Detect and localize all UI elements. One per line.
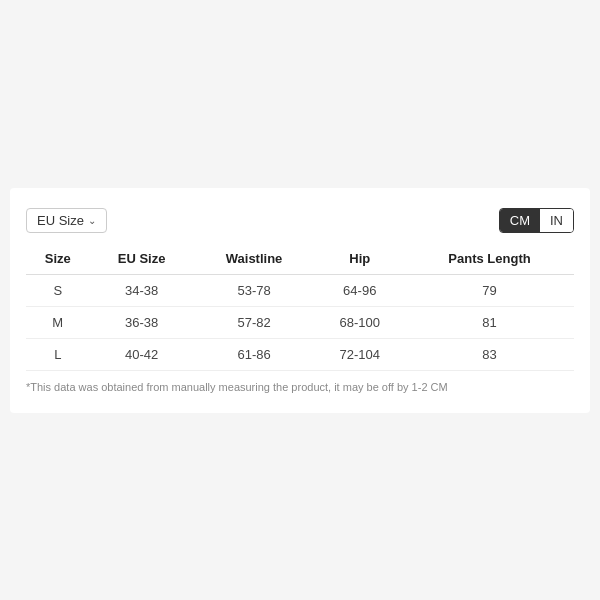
size-chart-container: EU Size ⌄ CM IN SizeEU SizeWaistlineHipP… [10, 188, 590, 413]
table-cell: 57-82 [194, 306, 315, 338]
table-cell: 36-38 [90, 306, 194, 338]
in-button[interactable]: IN [540, 209, 573, 232]
size-table: SizeEU SizeWaistlineHipPants Length S34-… [26, 243, 574, 371]
column-header: Pants Length [405, 243, 574, 275]
table-cell: S [26, 274, 90, 306]
table-cell: 81 [405, 306, 574, 338]
table-cell: 34-38 [90, 274, 194, 306]
table-cell: 61-86 [194, 338, 315, 370]
table-cell: 68-100 [314, 306, 405, 338]
table-cell: 79 [405, 274, 574, 306]
table-cell: 64-96 [314, 274, 405, 306]
table-cell: 40-42 [90, 338, 194, 370]
top-bar: EU Size ⌄ CM IN [26, 208, 574, 233]
chevron-down-icon: ⌄ [88, 215, 96, 226]
table-cell: L [26, 338, 90, 370]
footnote: *This data was obtained from manually me… [26, 381, 574, 393]
table-body: S34-3853-7864-9679M36-3857-8268-10081L40… [26, 274, 574, 370]
column-header: Size [26, 243, 90, 275]
cm-button[interactable]: CM [500, 209, 540, 232]
table-cell: 72-104 [314, 338, 405, 370]
size-selector[interactable]: EU Size ⌄ [26, 208, 107, 233]
table-row: L40-4261-8672-10483 [26, 338, 574, 370]
table-cell: M [26, 306, 90, 338]
table-cell: 53-78 [194, 274, 315, 306]
column-header: EU Size [90, 243, 194, 275]
table-cell: 83 [405, 338, 574, 370]
table-row: M36-3857-8268-10081 [26, 306, 574, 338]
table-header: SizeEU SizeWaistlineHipPants Length [26, 243, 574, 275]
table-row: S34-3853-7864-9679 [26, 274, 574, 306]
column-header: Hip [314, 243, 405, 275]
unit-toggle: CM IN [499, 208, 574, 233]
size-selector-label: EU Size [37, 213, 84, 228]
header-row: SizeEU SizeWaistlineHipPants Length [26, 243, 574, 275]
column-header: Waistline [194, 243, 315, 275]
